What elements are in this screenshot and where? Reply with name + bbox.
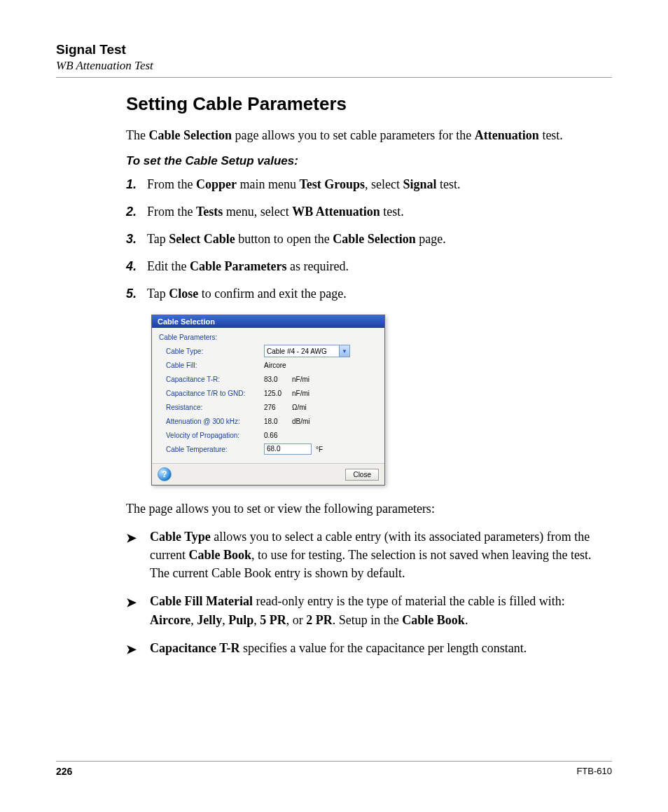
cable-selection-dialog: Cable Selection Cable Parameters: Cable …: [151, 315, 385, 486]
chevron-down-icon[interactable]: ▼: [339, 345, 349, 357]
page-heading: Setting Cable Parameters: [126, 93, 605, 115]
step-5: 5. Tap Close to confirm and exit the pag…: [126, 284, 605, 303]
step-number: 1.: [126, 175, 147, 194]
row-temperature: Cable Temperature: 68.0 °F: [166, 442, 377, 456]
label: Resistance:: [166, 404, 264, 411]
value: Aircore: [264, 362, 292, 369]
arrow-icon: ➤: [126, 592, 150, 628]
step-text: From the Copper main menu Test Groups, s…: [147, 175, 461, 194]
step-4: 4. Edit the Cable Parameters as required…: [126, 257, 605, 276]
bullet-text: Cable Fill Material read-only entry is t…: [150, 592, 605, 628]
unit: nF/mi: [292, 376, 309, 383]
procedure-list: 1. From the Copper main menu Test Groups…: [126, 175, 605, 303]
arrow-icon: ➤: [126, 639, 150, 659]
procedure-subhead: To set the Cable Setup values:: [126, 154, 605, 168]
post-dialog-text: The page allows you to set or view the f…: [126, 500, 605, 518]
step-number: 2.: [126, 202, 147, 221]
row-cable-type: Cable Type: Cable #4 - 24 AWG ▼: [166, 344, 377, 358]
dialog-footer: ? Close: [152, 463, 384, 485]
label: Velocity of Propagation:: [166, 432, 264, 439]
cable-type-dropdown[interactable]: Cable #4 - 24 AWG ▼: [264, 345, 350, 357]
row-cap-gnd: Capacitance T/R to GND: 125.0 nF/mi: [166, 386, 377, 400]
footer-rule: [56, 761, 612, 762]
dialog-titlebar: Cable Selection: [152, 315, 384, 328]
arrow-icon: ➤: [126, 528, 150, 582]
label: Cable Type:: [166, 347, 264, 355]
header-rule: [56, 77, 612, 78]
label: Attenuation @ 300 kHz:: [166, 418, 264, 425]
bullet-cable-type: ➤ Cable Type allows you to select a cabl…: [126, 528, 605, 582]
step-number: 3.: [126, 230, 147, 249]
temperature-input[interactable]: 68.0: [264, 443, 312, 455]
page-header: Signal Test WB Attenuation Test: [56, 42, 612, 73]
chapter-title: Signal Test: [56, 42, 612, 57]
parameters-bullet-list: ➤ Cable Type allows you to select a cabl…: [126, 528, 605, 659]
bullet-cap-tr: ➤ Capacitance T-R specifies a value for …: [126, 639, 605, 659]
value: 276: [264, 404, 292, 411]
help-icon[interactable]: ?: [158, 467, 172, 481]
bullet-text: Cable Type allows you to select a cable …: [150, 528, 605, 582]
label: Cable Fill:: [166, 362, 264, 369]
unit: °F: [316, 446, 323, 453]
step-text: Edit the Cable Parameters as required.: [147, 257, 349, 276]
row-resistance: Resistance: 276 Ω/mi: [166, 400, 377, 414]
group-label: Cable Parameters:: [152, 328, 384, 344]
label: Capacitance T-R:: [166, 376, 264, 383]
value: 83.0: [264, 376, 292, 383]
row-cap-tr: Capacitance T-R: 83.0 nF/mi: [166, 372, 377, 386]
step-text: From the Tests menu, select WB Attenuati…: [147, 202, 404, 221]
unit: dB/mi: [292, 418, 310, 425]
step-number: 4.: [126, 257, 147, 276]
section-title: WB Attenuation Test: [56, 59, 612, 73]
row-attenuation: Attenuation @ 300 kHz: 18.0 dB/mi: [166, 414, 377, 428]
page-number: 226: [56, 766, 72, 777]
value: 0.66: [264, 432, 292, 439]
row-cable-fill: Cable Fill: Aircore: [166, 358, 377, 372]
unit: Ω/mi: [292, 404, 307, 411]
step-2: 2. From the Tests menu, select WB Attenu…: [126, 202, 605, 221]
row-vop: Velocity of Propagation: 0.66: [166, 428, 377, 442]
step-text: Tap Select Cable button to open the Cabl…: [147, 230, 446, 249]
page-footer: 226 FTB-610: [56, 755, 612, 777]
value: 18.0: [264, 418, 292, 425]
step-text: Tap Close to confirm and exit the page.: [147, 284, 347, 303]
value: 125.0: [264, 390, 292, 397]
close-button[interactable]: Close: [345, 469, 379, 481]
label: Cable Temperature:: [166, 446, 264, 453]
step-number: 5.: [126, 284, 147, 303]
product-model: FTB-610: [576, 766, 612, 777]
label: Capacitance T/R to GND:: [166, 390, 264, 397]
step-3: 3. Tap Select Cable button to open the C…: [126, 230, 605, 249]
bullet-text: Capacitance T-R specifies a value for th…: [150, 639, 527, 659]
intro-paragraph: The Cable Selection page allows you to s…: [126, 126, 605, 144]
dropdown-value: Cable #4 - 24 AWG: [267, 347, 327, 355]
step-1: 1. From the Copper main menu Test Groups…: [126, 175, 605, 194]
bullet-cable-fill: ➤ Cable Fill Material read-only entry is…: [126, 592, 605, 628]
unit: nF/mi: [292, 390, 309, 397]
